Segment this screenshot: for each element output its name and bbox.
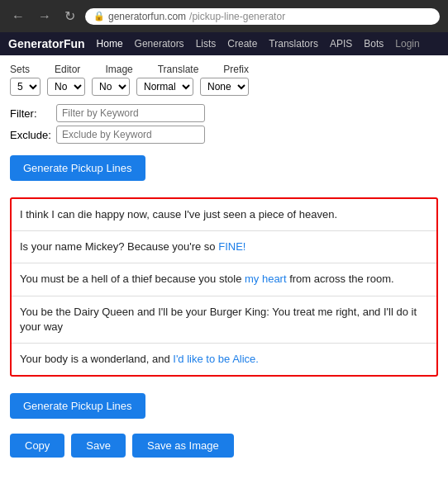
result-text-2a: Is your name Mickey? Because you're so <box>20 240 218 253</box>
url-domain: generatorfun.com <box>108 11 186 22</box>
nav-home[interactable]: Home <box>97 38 123 50</box>
result-text-3c: from across the room. <box>287 273 394 285</box>
url-path: /pickup-line-generator <box>189 11 285 22</box>
controls-row: 5 No No Normal None <box>10 78 438 96</box>
image-label: Image <box>105 64 132 75</box>
result-text-1: I think I can die happy now, cause I've … <box>20 208 337 221</box>
result-text-5b: I'd like to be Alice. <box>173 353 259 365</box>
browser-bar: ← → ↻ 🔒 generatorfun.com /pickup-line-ge… <box>0 0 448 32</box>
filter-row: Filter: <box>10 104 438 122</box>
nav-lists[interactable]: Lists <box>196 38 217 50</box>
prefix-select[interactable]: None <box>200 78 249 96</box>
result-text-5a: Your body is a wonderland, and <box>20 353 173 365</box>
nav-apis[interactable]: APIS <box>330 38 352 50</box>
bottom-buttons: Copy Save Save as Image <box>10 434 438 458</box>
prefix-label: Prefix <box>223 64 249 75</box>
url-bar[interactable]: 🔒 generatorfun.com /pickup-line-generato… <box>85 8 440 25</box>
filter-label: Filter: <box>10 107 51 120</box>
generate-button-top[interactable]: Generate Pickup Lines <box>10 155 145 181</box>
image-select[interactable]: No <box>92 78 130 96</box>
nav-translators[interactable]: Translators <box>269 38 318 50</box>
results-box: I think I can die happy now, cause I've … <box>10 197 438 377</box>
controls-labels: Sets Editor Image Translate Prefix <box>10 64 438 75</box>
exclude-row: Exclude: <box>10 126 438 144</box>
generate-button-bottom[interactable]: Generate Pickup Lines <box>10 393 145 419</box>
result-item: I think I can die happy now, cause I've … <box>12 199 436 231</box>
editor-select[interactable]: No <box>47 78 85 96</box>
translate-label: Translate <box>158 64 199 75</box>
result-text-2b: FINE! <box>218 240 245 253</box>
site-brand: GeneratorFun <box>8 37 85 50</box>
nav-bots[interactable]: Bots <box>364 38 384 50</box>
nav-login[interactable]: Login <box>395 38 419 50</box>
forward-button[interactable]: → <box>35 7 55 26</box>
nav-create[interactable]: Create <box>227 38 257 50</box>
exclude-label: Exclude: <box>10 129 51 141</box>
result-item: Is your name Mickey? Because you're so F… <box>12 231 436 263</box>
save-button[interactable]: Save <box>71 434 126 458</box>
translate-select[interactable]: Normal <box>136 78 193 96</box>
copy-button[interactable]: Copy <box>10 434 64 458</box>
result-item: You must be a hell of a thief because yo… <box>12 263 436 296</box>
site-nav: GeneratorFun Home Generators Lists Creat… <box>0 32 448 55</box>
result-text-3a: You must be a hell of a thief because yo… <box>20 273 245 285</box>
sets-label: Sets <box>10 64 30 75</box>
result-text-4: You be the Dairy Queen and I'll be your … <box>20 306 417 333</box>
exclude-input[interactable] <box>56 126 205 144</box>
main-content: Sets Editor Image Translate Prefix 5 No … <box>0 55 448 466</box>
save-as-image-button[interactable]: Save as Image <box>132 434 234 458</box>
reload-button[interactable]: ↻ <box>61 7 79 26</box>
nav-generators[interactable]: Generators <box>135 38 184 50</box>
result-text-3b: my heart <box>245 273 287 285</box>
lock-icon: 🔒 <box>93 11 105 21</box>
back-button[interactable]: ← <box>8 7 28 26</box>
result-item: You be the Dairy Queen and I'll be your … <box>12 296 436 344</box>
filter-input[interactable] <box>56 104 205 122</box>
result-item: Your body is a wonderland, and I'd like … <box>12 344 436 375</box>
sets-select[interactable]: 5 <box>10 78 41 96</box>
editor-label: Editor <box>55 64 80 75</box>
